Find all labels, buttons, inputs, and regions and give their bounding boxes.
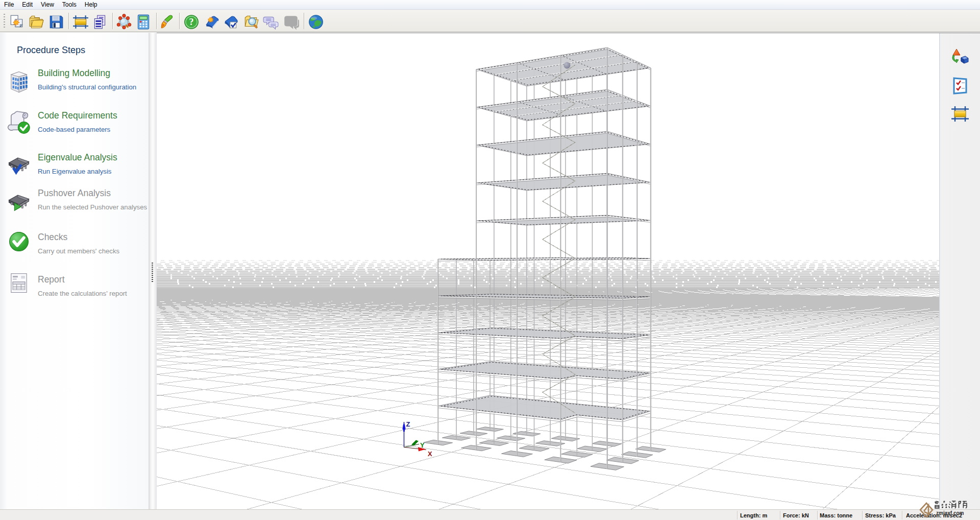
svg-text:Z: Z xyxy=(406,420,410,428)
svg-text:Y: Y xyxy=(420,441,425,449)
svg-text:?: ? xyxy=(189,17,193,27)
svg-text:X: X xyxy=(428,450,432,458)
